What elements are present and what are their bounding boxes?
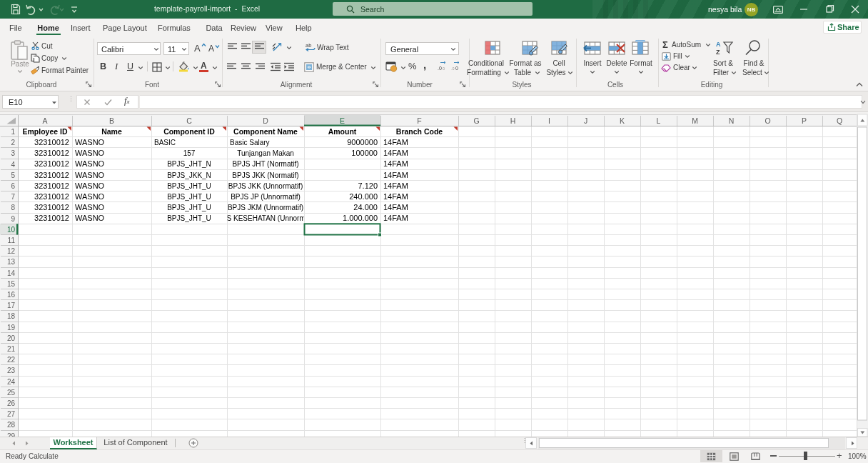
svg-text:D: D — [263, 116, 268, 125]
svg-text:14FAM: 14FAM — [383, 203, 408, 211]
svg-text:WASNO: WASNO — [75, 214, 105, 222]
svg-text:32310012: 32310012 — [34, 149, 69, 157]
svg-text:BPJS_JHT_N: BPJS_JHT_N — [167, 160, 211, 168]
svg-text:E: E — [340, 116, 345, 125]
svg-text:F: F — [417, 116, 421, 125]
svg-text:BPJS JKK (Unnormatif): BPJS JKK (Unnormatif) — [228, 182, 303, 190]
svg-text:25: 25 — [7, 389, 16, 397]
svg-text:L: L — [657, 116, 661, 125]
svg-text:P: P — [802, 116, 807, 125]
svg-text:Component ID: Component ID — [163, 127, 215, 136]
svg-text:BPJS_JHT_U: BPJS_JHT_U — [167, 182, 211, 190]
svg-text:22: 22 — [7, 356, 16, 364]
svg-text:32310012: 32310012 — [34, 192, 69, 201]
svg-text:WASNO: WASNO — [75, 203, 105, 211]
svg-text:14FAM: 14FAM — [383, 171, 408, 179]
svg-text:K: K — [620, 116, 625, 125]
svg-text:BPJS_JHT_U: BPJS_JHT_U — [167, 214, 211, 222]
svg-text:14FAM: 14FAM — [383, 159, 408, 168]
svg-text:WASNO: WASNO — [75, 149, 105, 157]
svg-text:6: 6 — [11, 182, 15, 190]
svg-text:WASNO: WASNO — [75, 181, 105, 190]
svg-text:27: 27 — [7, 410, 16, 418]
svg-text:14FAM: 14FAM — [383, 149, 408, 157]
svg-text:28: 28 — [7, 421, 16, 429]
svg-text:4: 4 — [11, 161, 15, 169]
svg-text:M: M — [692, 116, 698, 125]
svg-text:BPJS_JHT_U: BPJS_JHT_U — [167, 193, 211, 201]
svg-text:BASIC: BASIC — [154, 139, 176, 146]
svg-text:32310012: 32310012 — [34, 159, 69, 168]
svg-text:7: 7 — [11, 193, 15, 201]
svg-text:WASNO: WASNO — [75, 192, 105, 201]
svg-text:14FAM: 14FAM — [383, 214, 408, 222]
svg-text:32310012: 32310012 — [34, 181, 69, 190]
svg-text:C: C — [186, 116, 192, 125]
svg-text:O: O — [764, 116, 770, 125]
svg-text:157: 157 — [183, 149, 196, 157]
svg-text:32310012: 32310012 — [34, 171, 69, 179]
svg-text:Component Name: Component Name — [233, 127, 298, 136]
svg-text:WASNO: WASNO — [75, 171, 105, 179]
svg-text:14: 14 — [7, 269, 16, 277]
svg-text:I: I — [548, 116, 550, 125]
svg-text:WASNO: WASNO — [75, 138, 105, 146]
svg-text:2: 2 — [11, 139, 15, 146]
svg-text:100000: 100000 — [351, 149, 378, 157]
svg-text:32310012: 32310012 — [34, 138, 69, 146]
svg-text:3: 3 — [11, 149, 15, 157]
svg-text:5: 5 — [11, 171, 15, 179]
svg-text:BPJS JKK (Normatif): BPJS JKK (Normatif) — [232, 171, 298, 179]
svg-text:BPJS JKM (Unnormatif): BPJS JKM (Unnormatif) — [228, 204, 303, 211]
svg-text:11: 11 — [8, 237, 16, 244]
svg-text:12: 12 — [7, 247, 16, 255]
svg-text:Tunjangan Makan: Tunjangan Makan — [237, 149, 294, 157]
svg-text:32310012: 32310012 — [34, 203, 69, 211]
svg-text:J: J — [584, 116, 587, 125]
svg-text:Branch Code: Branch Code — [396, 127, 443, 136]
svg-text:240.000: 240.000 — [349, 192, 378, 201]
svg-text:BPJS JP (Unnormatif): BPJS JP (Unnormatif) — [231, 193, 301, 201]
svg-text:13: 13 — [7, 258, 16, 266]
svg-text:24.000: 24.000 — [353, 203, 378, 211]
svg-text:1: 1 — [11, 128, 15, 136]
svg-text:7.120: 7.120 — [358, 181, 378, 190]
svg-text:20: 20 — [7, 334, 16, 342]
svg-text:BPJS JHT (Normatif): BPJS JHT (Normatif) — [232, 160, 298, 168]
svg-text:26: 26 — [7, 399, 16, 407]
svg-text:19: 19 — [7, 324, 16, 332]
svg-text:N: N — [729, 116, 735, 125]
svg-text:21: 21 — [7, 345, 16, 353]
svg-text:18: 18 — [7, 312, 16, 320]
svg-text:BPJS_JHT_U: BPJS_JHT_U — [167, 204, 211, 211]
svg-text:15: 15 — [7, 280, 16, 288]
svg-text:14FAM: 14FAM — [383, 181, 408, 190]
svg-text:G: G — [473, 116, 479, 125]
svg-text:16: 16 — [7, 291, 16, 299]
svg-text:9000000: 9000000 — [347, 138, 378, 146]
svg-text:H: H — [510, 116, 516, 125]
svg-text:14FAM: 14FAM — [383, 138, 408, 146]
svg-text:17: 17 — [7, 302, 16, 309]
svg-text:14FAM: 14FAM — [383, 192, 408, 201]
svg-text:B: B — [109, 116, 114, 125]
svg-text:1.000.000: 1.000.000 — [343, 214, 378, 222]
svg-text:24: 24 — [7, 378, 16, 386]
svg-text:9: 9 — [11, 215, 15, 223]
svg-text:Name: Name — [101, 127, 122, 136]
svg-text:BPJS_JKK_N: BPJS_JKK_N — [167, 171, 211, 179]
svg-text:BPJS KESEHATAN (Unnormatif): BPJS KESEHATAN (Unnormatif) — [213, 214, 317, 222]
svg-text:10: 10 — [7, 226, 16, 234]
svg-text:32310012: 32310012 — [34, 214, 69, 222]
svg-text:Employee ID: Employee ID — [22, 127, 67, 136]
svg-text:8: 8 — [11, 204, 15, 211]
svg-text:23: 23 — [7, 367, 16, 374]
svg-text:Amount: Amount — [328, 127, 357, 136]
svg-text:A: A — [42, 116, 47, 125]
svg-text:Basic Salary: Basic Salary — [230, 139, 270, 146]
svg-text:WASNO: WASNO — [75, 159, 105, 168]
svg-text:Q: Q — [837, 116, 842, 125]
